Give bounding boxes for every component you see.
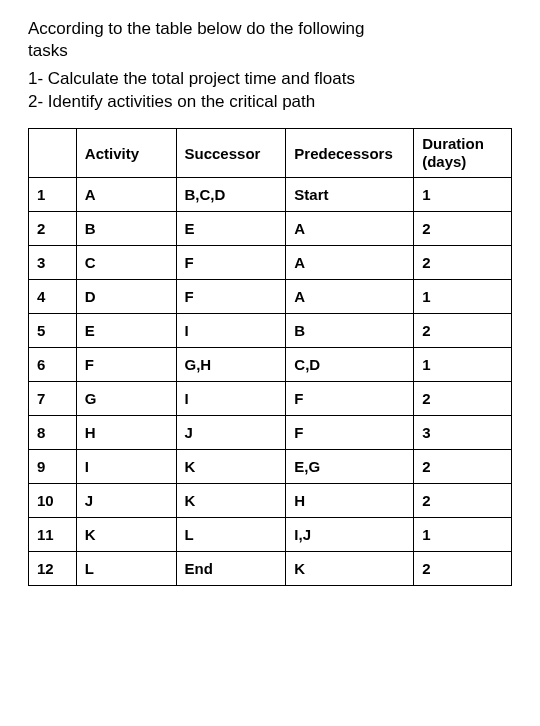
cell-num: 6 — [29, 348, 77, 382]
cell-activity: A — [76, 178, 176, 212]
cell-num: 11 — [29, 518, 77, 552]
cell-predecessors: C,D — [286, 348, 414, 382]
table-row: 6 F G,H C,D 1 — [29, 348, 512, 382]
cell-predecessors: A — [286, 280, 414, 314]
intro-text: According to the table below do the foll… — [28, 18, 368, 62]
task-2: 2- Identify activities on the critical p… — [28, 91, 512, 114]
cell-successor: E — [176, 212, 286, 246]
cell-successor: I — [176, 382, 286, 416]
cell-successor: End — [176, 552, 286, 586]
cell-successor: I — [176, 314, 286, 348]
cell-predecessors: K — [286, 552, 414, 586]
cell-duration: 1 — [414, 280, 512, 314]
header-duration-line2: (days) — [422, 153, 503, 171]
cell-predecessors: B — [286, 314, 414, 348]
cell-duration: 2 — [414, 450, 512, 484]
cell-num: 5 — [29, 314, 77, 348]
table-row: 11 K L I,J 1 — [29, 518, 512, 552]
tasks-list: 1- Calculate the total project time and … — [28, 68, 512, 114]
cell-duration: 2 — [414, 382, 512, 416]
cell-successor: F — [176, 280, 286, 314]
cell-num: 2 — [29, 212, 77, 246]
cell-num: 8 — [29, 416, 77, 450]
cell-activity: C — [76, 246, 176, 280]
cell-duration: 2 — [414, 246, 512, 280]
table-row: 9 I K E,G 2 — [29, 450, 512, 484]
header-duration-line1: Duration — [422, 135, 503, 153]
cell-successor: J — [176, 416, 286, 450]
cell-activity: G — [76, 382, 176, 416]
cell-num: 12 — [29, 552, 77, 586]
table-row: 5 E I B 2 — [29, 314, 512, 348]
table-row: 8 H J F 3 — [29, 416, 512, 450]
header-activity: Activity — [76, 129, 176, 178]
cell-duration: 1 — [414, 348, 512, 382]
table-header-row: Activity Successor Predecessors Duration… — [29, 129, 512, 178]
cell-num: 7 — [29, 382, 77, 416]
header-successor: Successor — [176, 129, 286, 178]
cell-predecessors: A — [286, 246, 414, 280]
cell-successor: K — [176, 484, 286, 518]
cell-predecessors: E,G — [286, 450, 414, 484]
cell-activity: J — [76, 484, 176, 518]
table-row: 4 D F A 1 — [29, 280, 512, 314]
header-num — [29, 129, 77, 178]
cell-activity: B — [76, 212, 176, 246]
cell-successor: K — [176, 450, 286, 484]
cell-predecessors: F — [286, 416, 414, 450]
table-row: 1 A B,C,D Start 1 — [29, 178, 512, 212]
cell-activity: I — [76, 450, 176, 484]
cell-successor: F — [176, 246, 286, 280]
table-body: 1 A B,C,D Start 1 2 B E A 2 3 C F A 2 4 … — [29, 178, 512, 586]
cell-duration: 2 — [414, 212, 512, 246]
cell-activity: L — [76, 552, 176, 586]
cell-successor: B,C,D — [176, 178, 286, 212]
cell-predecessors: F — [286, 382, 414, 416]
cell-predecessors: A — [286, 212, 414, 246]
table-row: 12 L End K 2 — [29, 552, 512, 586]
cell-activity: K — [76, 518, 176, 552]
cell-duration: 3 — [414, 416, 512, 450]
task-1: 1- Calculate the total project time and … — [28, 68, 512, 91]
cell-activity: H — [76, 416, 176, 450]
cell-activity: F — [76, 348, 176, 382]
table-row: 10 J K H 2 — [29, 484, 512, 518]
cell-duration: 2 — [414, 552, 512, 586]
cell-duration: 1 — [414, 518, 512, 552]
cell-duration: 2 — [414, 484, 512, 518]
cell-num: 1 — [29, 178, 77, 212]
table-row: 2 B E A 2 — [29, 212, 512, 246]
cell-num: 3 — [29, 246, 77, 280]
table-row: 3 C F A 2 — [29, 246, 512, 280]
cell-activity: D — [76, 280, 176, 314]
cell-predecessors: Start — [286, 178, 414, 212]
activity-table: Activity Successor Predecessors Duration… — [28, 128, 512, 586]
table-row: 7 G I F 2 — [29, 382, 512, 416]
cell-num: 4 — [29, 280, 77, 314]
cell-num: 10 — [29, 484, 77, 518]
cell-num: 9 — [29, 450, 77, 484]
cell-successor: L — [176, 518, 286, 552]
cell-duration: 1 — [414, 178, 512, 212]
cell-successor: G,H — [176, 348, 286, 382]
header-duration: Duration (days) — [414, 129, 512, 178]
header-predecessors: Predecessors — [286, 129, 414, 178]
cell-duration: 2 — [414, 314, 512, 348]
cell-activity: E — [76, 314, 176, 348]
cell-predecessors: I,J — [286, 518, 414, 552]
cell-predecessors: H — [286, 484, 414, 518]
